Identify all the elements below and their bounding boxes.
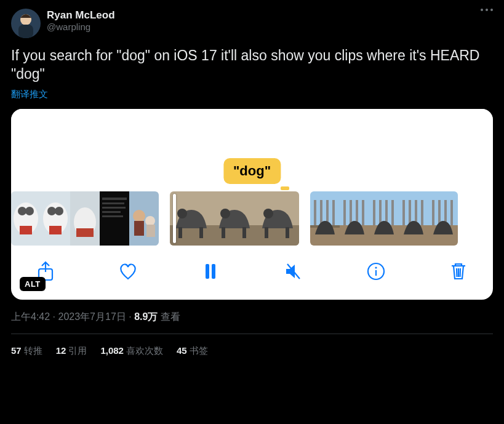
svg-rect-20 [102,211,121,213]
tweet-meta: 上午4:42 · 2023年7月17日 · 8.9万 查看 [11,311,493,324]
avatar[interactable] [11,9,41,38]
trash-button[interactable] [445,258,472,285]
svg-rect-54 [362,200,364,225]
svg-rect-30 [199,227,203,238]
svg-rect-15 [76,228,94,237]
svg-line-80 [457,268,457,277]
thumbnail [129,191,159,246]
likes-stat[interactable]: 1,082喜欢次数 [100,345,163,357]
video-timeline[interactable] [11,179,493,246]
mute-button[interactable] [280,258,307,285]
svg-rect-35 [242,227,246,238]
svg-rect-51 [343,200,346,225]
svg-rect-72 [450,200,453,225]
svg-rect-21 [102,215,123,217]
thumbnail [41,191,70,246]
clip-group-2[interactable] [170,191,299,246]
svg-rect-19 [102,207,126,209]
quotes-stat[interactable]: 12引用 [56,345,87,357]
author-names: Ryan McLeod @warpling [47,9,115,33]
tweet-container: Ryan McLeod @warpling If you search for … [0,0,504,366]
svg-rect-39 [265,227,268,238]
svg-rect-17 [102,198,127,200]
handle[interactable]: @warpling [47,22,115,33]
svg-point-78 [375,266,377,268]
svg-point-25 [145,216,155,226]
thumbnail [100,191,129,246]
thumbnail [170,191,213,246]
svg-rect-34 [222,227,225,238]
svg-rect-75 [212,264,215,279]
bookmarks-stat[interactable]: 45书签 [177,345,208,357]
svg-rect-2 [18,25,33,38]
clip-group-3[interactable] [310,191,458,246]
svg-rect-64 [409,200,411,225]
playhead[interactable] [173,194,176,243]
svg-point-23 [133,210,145,222]
thumbnail [369,191,399,246]
svg-point-36 [220,209,230,218]
thumbnail [428,191,458,246]
more-menu-icon[interactable] [481,9,493,11]
svg-point-31 [177,209,187,218]
media-attachment[interactable]: "dog" [11,109,493,300]
media-toolbar [11,246,493,300]
svg-point-11 [55,207,63,215]
thumbnail [340,191,369,246]
views-count: 8.9万 [134,311,158,322]
info-button[interactable] [362,258,390,285]
thumbnail [11,191,41,246]
svg-rect-63 [402,200,405,225]
alt-badge[interactable]: ALT [20,277,46,291]
svg-rect-45 [314,200,316,225]
svg-rect-24 [134,221,144,236]
svg-rect-40 [286,227,289,238]
tweet-time[interactable]: 上午4:42 [11,311,50,322]
heart-button[interactable] [114,258,142,285]
svg-point-10 [47,207,56,215]
svg-point-5 [18,207,26,215]
svg-line-82 [460,268,460,277]
display-name[interactable]: Ryan McLeod [47,9,115,22]
thumbnail [70,191,100,246]
svg-rect-26 [146,225,155,237]
tweet-header: Ryan McLeod @warpling [11,9,493,38]
svg-rect-66 [421,200,423,225]
svg-point-6 [25,207,34,215]
svg-rect-46 [320,200,322,225]
svg-rect-70 [438,200,441,225]
pause-button[interactable] [197,258,224,285]
svg-rect-58 [379,200,382,225]
tweet-stats: 57转推 12引用 1,082喜欢次数 45书签 [11,345,493,357]
svg-rect-18 [102,202,124,204]
svg-rect-69 [432,200,434,225]
translate-link[interactable]: 翻译推文 [11,89,493,100]
divider [11,334,493,334]
retweets-stat[interactable]: 57转推 [11,345,42,357]
svg-rect-74 [206,264,209,279]
svg-rect-60 [391,200,394,225]
tweet-body: If you search for "dog" on iOS 17 it'll … [11,47,493,84]
clip-group-1[interactable] [11,191,159,246]
svg-rect-48 [332,200,335,225]
thumbnail [256,191,299,246]
views-label: 查看 [161,311,180,322]
svg-point-41 [263,209,273,218]
svg-rect-57 [373,200,375,225]
tweet-date[interactable]: 2023年7月17日 [58,311,126,322]
thumbnail [399,191,428,246]
thumbnail [310,191,340,246]
svg-rect-29 [178,227,182,238]
svg-rect-7 [20,226,32,234]
media-top-space: "dog" [11,109,493,179]
svg-rect-52 [350,200,352,225]
thumbnail [213,191,256,246]
svg-rect-12 [49,226,62,234]
